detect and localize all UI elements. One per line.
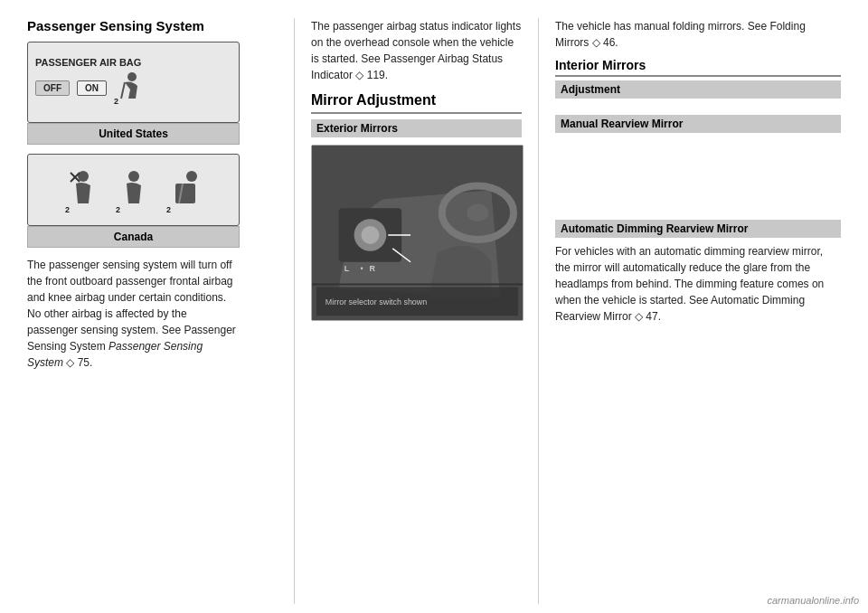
left-body-text: The passenger sensing system will turn o… [27,257,240,371]
interior-mirrors-heading: Interior Mirrors [555,58,841,77]
svg-text:R: R [369,264,375,273]
watermark: carmanualonline.info [767,595,859,606]
canada-label-bar: Canada [27,226,240,248]
svg-text:2: 2 [166,205,171,212]
airbag-person-icon: 2 [114,70,139,106]
svg-point-7 [128,171,139,182]
middle-column: The passenger airbag status indicator li… [294,18,538,604]
right-intro-main: The vehicle has manual folding mirrors. … [555,20,806,49]
canada-icon-2: 2 [116,167,152,212]
canada-icon-3: 2 [166,167,203,212]
svg-point-9 [186,171,197,182]
airbag-off-btn[interactable]: OFF [35,80,70,96]
adjustment-bar: Adjustment [555,80,841,99]
svg-point-16 [362,226,380,244]
canada-icon-1: 2 [65,167,101,212]
airbag-title: PASSENGER AIR BAG [28,57,239,68]
svg-text:•: • [361,264,363,273]
svg-text:Mirror selector switch shown: Mirror selector switch shown [326,297,427,306]
right-auto-main: For vehicles with an automatic dimming r… [555,245,824,323]
airbag-buttons-row: OFF ON 2 [28,68,239,108]
right-auto-ref: 47. [646,310,661,323]
svg-text:L: L [344,264,350,273]
us-airbag-image: PASSENGER AIR BAG OFF ON 2 [27,42,240,123]
mid-intro-ref: 119. [367,69,388,81]
svg-point-0 [127,72,137,81]
airbag-on-btn[interactable]: ON [77,80,107,96]
mirror-adjustment-svg: L • R Mirror selector switch shown [312,145,523,321]
manual-rearview-bar: Manual Rearview Mirror [555,115,841,133]
exterior-mirrors-bar: Exterior Mirrors [311,119,522,137]
us-label-bar: United States [27,123,240,145]
right-intro-ref: 46. [603,36,618,49]
svg-text:2: 2 [114,97,118,106]
mid-intro-text: The passenger airbag status indicator li… [311,18,522,83]
svg-line-1 [121,82,125,99]
right-column: The vehicle has manual folding mirrors. … [538,18,841,604]
auto-dimming-bar: Automatic Dimming Rearview Mirror [555,220,841,238]
svg-text:2: 2 [65,205,70,212]
svg-text:2: 2 [116,205,120,212]
canada-airbag-image: 2 2 2 [27,154,240,226]
page-container: Passenger Sensing System PASSENGER AIR B… [0,0,868,613]
svg-point-23 [467,203,489,222]
mirror-adjustment-heading: Mirror Adjustment [311,92,522,114]
svg-rect-10 [175,184,195,203]
mid-intro-main: The passenger airbag status indicator li… [311,20,521,81]
left-column: Passenger Sensing System PASSENGER AIR B… [27,18,294,604]
right-intro-text: The vehicle has manual folding mirrors. … [555,18,841,51]
exterior-mirror-image: L • R Mirror selector switch shown [311,145,524,321]
left-heading: Passenger Sensing System [27,18,278,34]
left-body-main: The passenger sensing system will turn o… [27,259,236,353]
content-area: Passenger Sensing System PASSENGER AIR B… [27,18,841,604]
left-body-ref: 75. [78,356,93,369]
right-auto-body: For vehicles with an automatic dimming r… [555,243,841,325]
